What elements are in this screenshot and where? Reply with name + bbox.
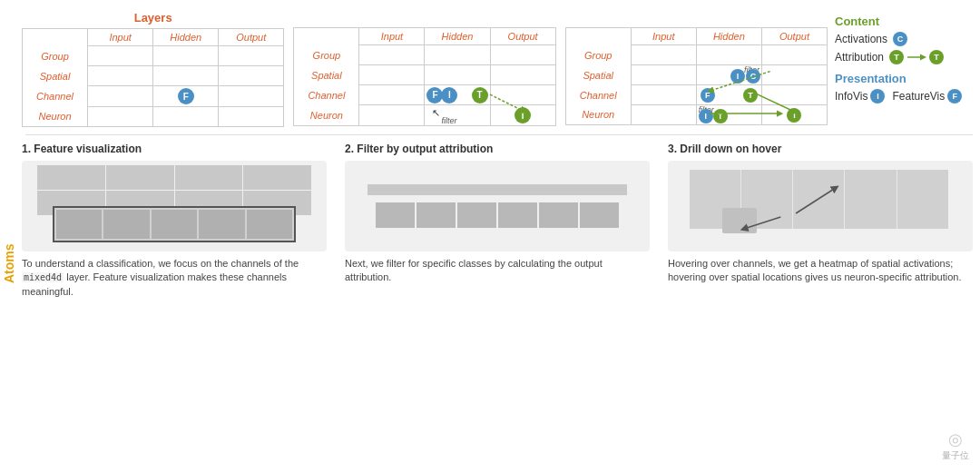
- content-title: Content: [835, 15, 965, 28]
- table-1-wrapper: Layers Input Hidden Output: [22, 11, 284, 127]
- infovis-item: InfoVis I: [835, 89, 885, 103]
- example-1-text: To understand a classification, we focus…: [22, 257, 327, 299]
- drill-mockup: [668, 161, 973, 251]
- table-title: Layers: [22, 11, 284, 25]
- watermark-container: ◎ 量子位: [942, 429, 969, 462]
- node-t-right: T: [929, 50, 944, 64]
- node-i-t3-neuron: I: [699, 109, 713, 123]
- cell-t1-spatial-input: [88, 66, 153, 86]
- tables-and-legend: Layers Input Hidden Output: [18, 7, 980, 131]
- cell-t3-channel-hidden: F T: [696, 85, 761, 105]
- code-mixed4d: mixed4d: [22, 272, 64, 282]
- cell-t1-channel-output: [219, 86, 284, 107]
- watermark-icon: ◎: [948, 429, 963, 449]
- cell-t1-channel-input: [88, 86, 153, 107]
- col-output: Output: [219, 29, 284, 46]
- filter-mockup: [345, 161, 650, 251]
- featurevis-item: FeatureVis F: [892, 89, 962, 103]
- col3-output: Output: [761, 28, 827, 45]
- example-3-text: Hovering over channels, we get a heatmap…: [668, 257, 973, 285]
- arrow-svg: [906, 52, 927, 63]
- cell-t1-spatial-output: [219, 66, 284, 86]
- row-channel: Channel: [23, 86, 88, 107]
- attribution-arrow: T T: [889, 50, 944, 64]
- example-1-image: [22, 161, 327, 251]
- example-2-text: Next, we filter for specific classes by …: [345, 257, 650, 285]
- example-1: 1. Feature visualization: [22, 143, 327, 462]
- col2-output: Output: [490, 28, 555, 45]
- cell-t2-neuron-hidden: ↖ filter: [425, 105, 490, 126]
- col-input: Input: [88, 29, 153, 46]
- example-1-title: 1. Feature visualization: [22, 143, 327, 155]
- cell-t1-group-output: [219, 46, 284, 66]
- attribution-row: Attribution T T: [835, 50, 965, 64]
- cell-t1-channel-hidden: F: [153, 86, 219, 107]
- row-neuron: Neuron: [23, 107, 88, 127]
- filter-strip: [376, 202, 620, 228]
- filter-label-t2: filter: [441, 116, 456, 125]
- legend-panel: Content Activations C Attribution T: [828, 11, 973, 127]
- table-2: Input Hidden Output Group: [293, 27, 555, 126]
- example-3-image: [668, 161, 973, 251]
- filter-top-bar: [368, 184, 627, 195]
- feature-strip: [53, 206, 297, 242]
- infovis-badge: I: [870, 89, 885, 103]
- node-t-t3-out: T: [787, 108, 801, 123]
- table-1: Input Hidden Output Group: [22, 28, 284, 127]
- col3-input: Input: [631, 28, 696, 45]
- cursor-icon: ↖: [432, 107, 440, 119]
- col-hidden: Hidden: [153, 29, 219, 46]
- presentation-title: Presentation: [835, 72, 965, 85]
- cell-t3-neuron-hidden: filter I T: [696, 105, 761, 125]
- node-c-t3-spatial: C: [746, 69, 760, 84]
- table-3-wrapper: Input Hidden Output Group: [565, 11, 828, 127]
- example-2-image: [345, 161, 650, 251]
- node-t-left: T: [889, 50, 904, 64]
- section-divider: [25, 134, 973, 135]
- table-2-wrapper: Input Hidden Output Group: [293, 11, 555, 127]
- node-t-t2-neuron-out: T: [514, 107, 531, 123]
- cell-t3-spatial-hidden: filter I C: [696, 65, 761, 85]
- cell-t1-spatial-hidden: [153, 66, 219, 86]
- node-t-t2-1: T: [472, 87, 488, 103]
- cell-t1-neuron-output: [219, 107, 284, 127]
- cell-t1-neuron-hidden: [153, 107, 219, 127]
- cell-t1-group-input: [88, 46, 153, 66]
- cell-t1-group-hidden: [153, 46, 219, 66]
- row-group: Group: [23, 46, 88, 66]
- infovis-label: InfoVis: [835, 90, 867, 103]
- node-f-table1: F: [178, 88, 194, 104]
- watermark-text: 量子位: [942, 449, 969, 462]
- attribution-label: Attribution: [835, 51, 884, 64]
- col2-hidden: Hidden: [425, 28, 490, 45]
- activations-label: Activations: [835, 33, 887, 45]
- cell-t1-neuron-input: [88, 107, 153, 127]
- example-2: 2. Filter by output attribution: [345, 143, 650, 462]
- table-3: Input Hidden Output Group: [565, 27, 828, 125]
- cell-t2-channel-hidden: F I T: [425, 85, 490, 105]
- col2-input: Input: [359, 28, 425, 45]
- activations-row: Activations C: [835, 32, 965, 46]
- node-i-t3-spatial: I: [730, 69, 745, 84]
- example-2-title: 2. Filter by output attribution: [345, 143, 650, 155]
- node-i-t2: I: [441, 87, 457, 103]
- bottom-section: 1. Feature visualization: [18, 139, 980, 466]
- main-container: Atoms Layers Input Hidden: [0, 0, 980, 473]
- example-3-title: 3. Drill down on hover: [668, 143, 973, 155]
- drill-box-small: [722, 208, 757, 233]
- node-t-t3-ch: T: [743, 88, 758, 103]
- example-3: 3. Drill down on hover: [668, 143, 973, 462]
- drill-box-main: [847, 174, 897, 224]
- atoms-label: Atoms: [0, 7, 18, 466]
- featurevis-badge: F: [947, 89, 962, 103]
- featurevis-label: FeatureVis: [892, 90, 945, 103]
- row-spatial: Spatial: [23, 66, 88, 86]
- col3-hidden: Hidden: [696, 28, 761, 45]
- top-section: Layers Input Hidden Output: [18, 7, 980, 466]
- presentation-row: InfoVis I FeatureVis F: [835, 89, 965, 103]
- node-t-t3-neuron: T: [713, 109, 728, 123]
- tables-container: Layers Input Hidden Output: [22, 11, 828, 127]
- activations-badge: C: [893, 32, 907, 46]
- node-f-t3: F: [701, 88, 715, 103]
